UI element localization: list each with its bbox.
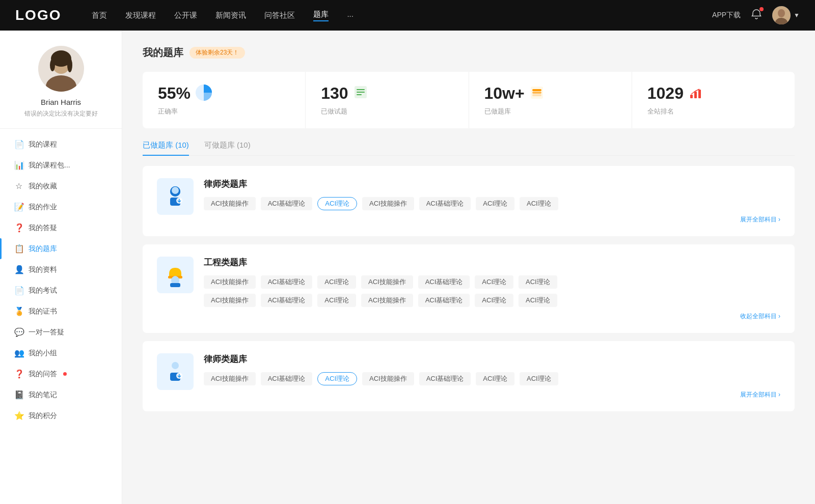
lawyer-icon <box>163 184 187 209</box>
notes-icon: 📓 <box>14 390 23 400</box>
tag-eng-r2-6[interactable]: ACI理论 <box>519 294 557 307</box>
tag-lawyer2-2[interactable]: ACI理论 <box>317 372 357 385</box>
tag-eng-r2-2[interactable]: ACI理论 <box>317 294 356 307</box>
ranking-chart-icon <box>689 86 703 102</box>
svg-rect-16 <box>532 92 541 94</box>
list-icon <box>354 85 368 102</box>
one-on-one-icon: 💬 <box>14 327 23 337</box>
sidebar-item-my-qa[interactable]: ❓ 我的问答 <box>0 363 122 384</box>
svg-rect-20 <box>698 90 701 98</box>
sidebar-item-profile[interactable]: 👤 我的资料 <box>0 259 122 280</box>
user-avatar <box>772 6 791 24</box>
tag-eng-r1-4[interactable]: ACI基础理论 <box>418 275 470 289</box>
tag-lawyer2-4[interactable]: ACI基础理论 <box>419 372 471 385</box>
sidebar-item-notes[interactable]: 📓 我的笔记 <box>0 384 122 405</box>
sidebar-item-quiz[interactable]: 📋 我的题库 <box>0 238 122 259</box>
tabs-row: 已做题库 (10) 可做题库 (10) <box>143 141 795 156</box>
tag-eng-r2-0[interactable]: ACI技能操作 <box>204 294 256 307</box>
tag-lawyer2-5[interactable]: ACI理论 <box>476 372 514 385</box>
profile-motto: 错误的决定比没有决定要好 <box>10 109 112 118</box>
svg-rect-17 <box>532 94 541 96</box>
quiz-body-engineering: 工程类题库 ACI技能操作 ACI基础理论 ACI理论 ACI技能操作 ACI基… <box>204 257 780 321</box>
homework-icon: 📝 <box>14 202 23 212</box>
tab-done[interactable]: 已做题库 (10) <box>143 141 189 155</box>
tag-lawyer-5[interactable]: ACI理论 <box>476 197 514 210</box>
app-download-link[interactable]: APP下载 <box>712 11 741 20</box>
navbar: LOGO 首页 发现课程 公开课 新闻资讯 问答社区 题库 ··· APP下载 <box>0 0 815 31</box>
tag-lawyer-3[interactable]: ACI技能操作 <box>362 197 414 210</box>
tag-eng-r2-4[interactable]: ACI基础理论 <box>418 294 470 307</box>
tag-lawyer-1[interactable]: ACI基础理论 <box>261 197 313 210</box>
expand-link-lawyer-2[interactable]: 展开全部科目 › <box>204 390 780 399</box>
stat-accuracy: 55% 正确率 <box>143 72 306 128</box>
sidebar-item-favorites[interactable]: ☆ 我的收藏 <box>0 176 122 197</box>
nav-home[interactable]: 首页 <box>92 11 107 20</box>
quiz-title-lawyer-2: 律师类题库 <box>204 353 780 365</box>
stat-accuracy-value: 55% <box>158 84 191 103</box>
tag-lawyer2-0[interactable]: ACI技能操作 <box>204 372 256 385</box>
favorites-icon: ☆ <box>14 181 23 191</box>
tags-row-engineering-1: ACI技能操作 ACI基础理论 ACI理论 ACI技能操作 ACI基础理论 AC… <box>204 275 780 289</box>
pie-chart-icon <box>196 85 212 103</box>
nav-more[interactable]: ··· <box>347 11 354 20</box>
sidebar-item-group[interactable]: 👥 我的小组 <box>0 343 122 363</box>
tag-eng-r2-3[interactable]: ACI技能操作 <box>361 294 413 307</box>
engineer-icon <box>163 263 187 287</box>
stat-ranking: 1029 全站排名 <box>632 72 795 128</box>
expand-link-lawyer[interactable]: 展开全部科目 › <box>204 215 780 224</box>
sidebar-item-certificate[interactable]: 🏅 我的证书 <box>0 301 122 322</box>
profile-avatar <box>38 46 84 92</box>
tag-lawyer2-1[interactable]: ACI基础理论 <box>261 372 313 385</box>
sidebar-item-one-on-one[interactable]: 💬 一对一答疑 <box>0 322 122 343</box>
stat-done-quizbanks: 10w+ 已做题库 <box>469 72 632 128</box>
quiz-icon-lawyer <box>157 178 194 215</box>
page-title: 我的题库 <box>143 46 183 60</box>
sidebar-item-my-course[interactable]: 📄 我的课程 <box>0 134 122 155</box>
logo: LOGO <box>15 7 61 23</box>
svg-point-30 <box>172 362 179 369</box>
sidebar-item-points[interactable]: ⭐ 我的积分 <box>0 405 122 426</box>
tag-lawyer-6[interactable]: ACI理论 <box>520 197 558 210</box>
tag-eng-r2-5[interactable]: ACI理论 <box>475 294 513 307</box>
tag-eng-r1-3[interactable]: ACI技能操作 <box>361 275 413 289</box>
nav-news[interactable]: 新闻资讯 <box>215 11 246 20</box>
tag-lawyer-0[interactable]: ACI技能操作 <box>204 197 256 210</box>
sidebar-item-homework[interactable]: 📝 我的作业 <box>0 197 122 217</box>
stat-accuracy-top: 55% <box>158 84 290 103</box>
stat-accuracy-label: 正确率 <box>158 107 290 116</box>
nav-open-course[interactable]: 公开课 <box>174 11 197 20</box>
user-avatar-wrap[interactable]: ▼ <box>772 6 800 24</box>
course-package-icon: 📊 <box>14 160 23 170</box>
navbar-right: APP下载 ▼ <box>712 6 800 24</box>
tag-lawyer2-6[interactable]: ACI理论 <box>520 372 558 385</box>
stat-done-quizbanks-top: 10w+ <box>484 84 616 103</box>
sidebar: Brian Harris 错误的决定比没有决定要好 📄 我的课程 📊 我的课程包… <box>0 31 122 504</box>
stats-row: 55% 正确率 130 <box>143 72 795 128</box>
tags-row-engineering-2: ACI技能操作 ACI基础理论 ACI理论 ACI技能操作 ACI基础理论 AC… <box>204 294 780 307</box>
sidebar-item-course-package[interactable]: 📊 我的课程包... <box>0 155 122 176</box>
tag-eng-r1-2[interactable]: ACI理论 <box>317 275 356 289</box>
sidebar-item-exam[interactable]: 📄 我的考试 <box>0 280 122 301</box>
tag-lawyer2-3[interactable]: ACI技能操作 <box>362 372 414 385</box>
tab-available[interactable]: 可做题库 (10) <box>204 141 251 155</box>
notification-bell[interactable] <box>751 9 762 22</box>
nav-quiz[interactable]: 题库 <box>313 10 329 21</box>
tag-eng-r1-6[interactable]: ACI理论 <box>519 275 557 289</box>
nav-qa[interactable]: 问答社区 <box>264 11 295 20</box>
svg-rect-11 <box>357 89 365 90</box>
svg-rect-12 <box>357 92 365 93</box>
tag-lawyer-2[interactable]: ACI理论 <box>317 197 357 210</box>
nav-discover[interactable]: 发现课程 <box>125 11 156 20</box>
tag-lawyer-4[interactable]: ACI基础理论 <box>419 197 471 210</box>
stat-done-questions-value: 130 <box>321 84 348 103</box>
tag-eng-r1-0[interactable]: ACI技能操作 <box>204 275 256 289</box>
tag-eng-r1-1[interactable]: ACI基础理论 <box>261 275 313 289</box>
svg-point-1 <box>778 9 785 17</box>
tag-eng-r1-5[interactable]: ACI理论 <box>475 275 513 289</box>
points-icon: ⭐ <box>14 411 23 421</box>
sidebar-item-questions[interactable]: ❓ 我的答疑 <box>0 217 122 238</box>
qa-notification-dot <box>63 372 67 376</box>
tag-eng-r2-1[interactable]: ACI基础理论 <box>261 294 313 307</box>
svg-rect-13 <box>357 94 362 95</box>
collapse-link-engineering[interactable]: 收起全部科目 › <box>204 312 780 321</box>
